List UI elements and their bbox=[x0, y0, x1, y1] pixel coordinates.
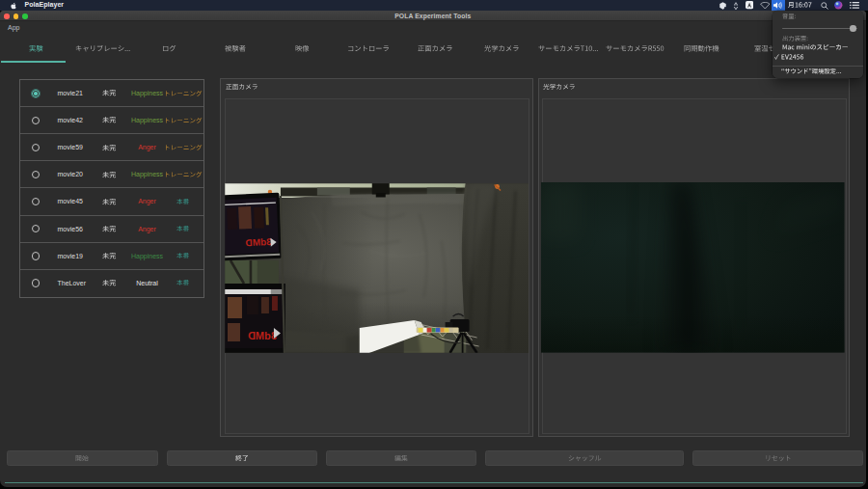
svg-text:3dMD: 3dMD bbox=[245, 236, 272, 248]
svg-text:3dMD: 3dMD bbox=[247, 330, 276, 341]
